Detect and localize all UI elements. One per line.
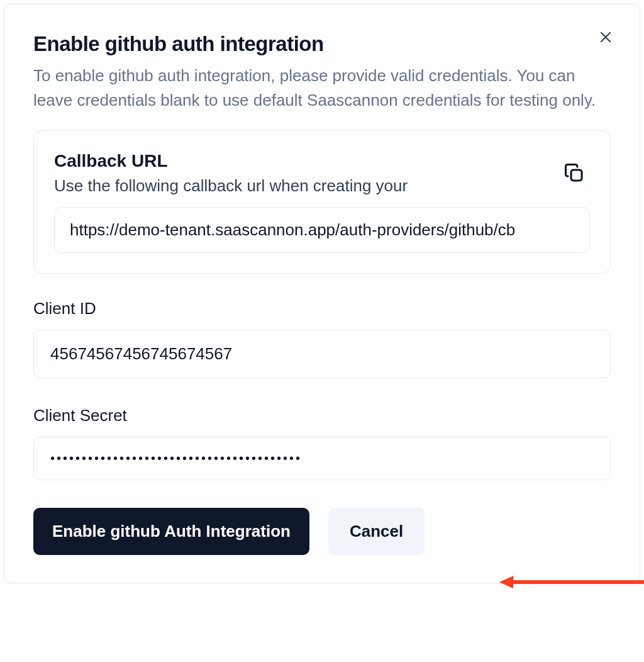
cancel-button[interactable]: Cancel: [328, 508, 425, 555]
callback-title: Callback URL: [54, 151, 408, 171]
modal-header: Enable github auth integration To enable…: [33, 32, 611, 113]
callback-url-card: Callback URL Use the following callback …: [33, 130, 611, 274]
callback-subtitle: Use the following callback url when crea…: [54, 176, 408, 196]
callback-url-input[interactable]: [54, 207, 590, 253]
client-secret-group: Client Secret: [33, 406, 611, 480]
copy-icon: [564, 162, 585, 184]
client-secret-input[interactable]: [33, 437, 611, 480]
enable-auth-button[interactable]: Enable github Auth Integration: [33, 508, 309, 555]
client-id-label: Client ID: [33, 299, 611, 318]
close-icon: [598, 30, 613, 45]
client-secret-label: Client Secret: [33, 406, 611, 425]
client-id-input[interactable]: [33, 330, 611, 378]
modal-description: To enable github auth integration, pleas…: [33, 64, 611, 113]
enable-auth-modal: Enable github auth integration To enable…: [4, 4, 640, 583]
modal-title: Enable github auth integration: [33, 32, 611, 56]
callback-header: Callback URL Use the following callback …: [54, 151, 590, 196]
close-button[interactable]: [594, 26, 617, 48]
button-row: Enable github Auth Integration Cancel: [33, 508, 611, 555]
copy-button[interactable]: [558, 157, 590, 191]
client-id-group: Client ID: [33, 299, 611, 378]
svg-rect-2: [571, 170, 582, 181]
